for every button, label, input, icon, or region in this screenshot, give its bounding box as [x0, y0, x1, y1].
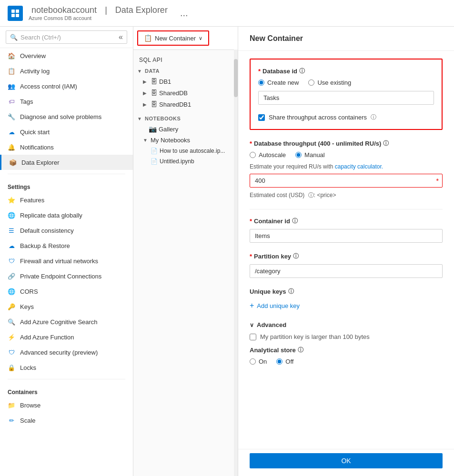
analytical-on-radio-input[interactable] [250, 358, 256, 365]
nav-locks[interactable]: 🔒 Locks [0, 360, 133, 375]
use-existing-label: Use existing [317, 79, 351, 86]
analytical-store-info-icon[interactable]: ⓘ [298, 346, 303, 354]
diagnose-icon: 🔧 [8, 113, 15, 120]
nav-locks-label: Locks [20, 364, 36, 371]
nav-tags[interactable]: 🏷 Tags [0, 94, 133, 109]
more-options-button[interactable]: ... [180, 8, 188, 19]
share-throughput-info-icon[interactable]: ⓘ [371, 113, 376, 121]
capacity-calculator-link[interactable]: capacity calculator. [335, 163, 383, 170]
nav-scale[interactable]: ✏ Scale [0, 413, 133, 428]
manual-label: Manual [304, 151, 325, 159]
nav-quick-start-label: Quick start [20, 129, 50, 136]
form-panel-header: New Container [238, 27, 454, 51]
nav-quick-start[interactable]: ☁ Quick start [0, 124, 133, 139]
autoscale-radio[interactable]: Autoscale [250, 151, 286, 159]
estimated-cost-value: <price> [317, 192, 336, 198]
scale-icon: ✏ [8, 416, 15, 424]
tree-shareddb[interactable]: ▶ 🗄 SharedDB [133, 87, 238, 99]
plus-icon: + [250, 301, 254, 310]
nav-advanced-security[interactable]: 🛡 Advanced security (preview) [0, 345, 133, 360]
nav-notifications[interactable]: 🔔 Notifications [0, 139, 133, 155]
gallery-label: Gallery [159, 126, 178, 133]
advanced-toggle[interactable]: ∨ Advanced [250, 321, 443, 328]
analytical-on-radio[interactable]: On [250, 358, 267, 365]
search-input[interactable] [20, 34, 116, 41]
data-section-chevron: ▼ [137, 69, 143, 74]
nav-cognitive-search[interactable]: 🔍 Add Azure Cognitive Search [0, 314, 133, 329]
database-id-info-icon[interactable]: ⓘ [299, 67, 305, 75]
db1-icon: 🗄 [151, 78, 157, 85]
share-throughput-input[interactable] [258, 114, 265, 121]
analytical-on-label: On [259, 358, 267, 365]
throughput-info-icon[interactable]: ⓘ [383, 139, 389, 148]
unique-keys-info-icon[interactable]: ⓘ [288, 288, 294, 296]
tree-panel: 📋 New Container ∨ SQL API ▼ DATA ▶ 🗄 DB1… [133, 27, 238, 476]
account-type: Azure Cosmos DB account [29, 15, 171, 21]
tree-shareddb1[interactable]: ▶ 🗄 SharedDB1 [133, 99, 238, 110]
new-container-button[interactable]: 📋 New Container ∨ [137, 30, 209, 46]
notebooks-section[interactable]: ▼ NOTEBOOKS [133, 114, 238, 123]
nav-features[interactable]: ⭐ Features [0, 192, 133, 208]
nav-azure-function-label: Add Azure Function [20, 334, 74, 341]
nav-overview[interactable]: 🏠 Overview [0, 48, 133, 63]
analytical-off-label: Off [285, 358, 293, 365]
nav-activity-log[interactable]: 📋 Activity log [0, 63, 133, 79]
ru-input[interactable] [250, 174, 443, 188]
partition-large-checkbox[interactable]: My partition key is larger than 100 byte… [250, 333, 443, 340]
collapse-button[interactable]: « [119, 33, 123, 41]
nav-cors[interactable]: 🌐 CORS [0, 284, 133, 299]
required-star-cid: * [250, 218, 252, 225]
estimate-note: Estimate your required RU/s with capacit… [250, 163, 443, 170]
nav-azure-function[interactable]: ⚡ Add Azure Function [0, 329, 133, 345]
form-area: * Database id ⓘ Create new Use existing [238, 51, 454, 449]
ok-button[interactable]: OK [250, 453, 443, 468]
data-section[interactable]: ▼ DATA [133, 66, 238, 76]
nav-firewall[interactable]: 🛡 Firewall and virtual networks [0, 253, 133, 268]
nav-default-consistency[interactable]: ☰ Default consistency [0, 223, 133, 238]
create-new-radio-input[interactable] [258, 79, 264, 86]
page-subtitle: Data Explorer [115, 5, 168, 15]
partition-key-input[interactable] [250, 264, 443, 278]
nav-private-endpoint[interactable]: 🔗 Private Endpoint Connections [0, 268, 133, 284]
manual-radio[interactable]: Manual [295, 151, 325, 159]
database-id-input[interactable] [258, 91, 434, 105]
use-existing-radio-input[interactable] [308, 79, 314, 86]
nav-backup-restore-label: Backup & Restore [20, 242, 70, 249]
my-notebooks-chevron: ▼ [143, 138, 149, 143]
create-new-radio[interactable]: Create new [258, 79, 299, 86]
nav-diagnose[interactable]: 🔧 Diagnose and solve problems [0, 109, 133, 124]
nav-backup-restore[interactable]: ☁ Backup & Restore [0, 238, 133, 253]
container-id-input[interactable] [250, 229, 443, 243]
nav-access-control[interactable]: 👥 Access control (IAM) [0, 79, 133, 94]
partition-key-info-icon[interactable]: ⓘ [293, 252, 299, 260]
advanced-label: Advanced [257, 321, 286, 328]
partition-large-input[interactable] [250, 334, 256, 340]
autoscale-radio-input[interactable] [250, 152, 256, 158]
shareddb1-label: SharedDB1 [159, 101, 191, 108]
add-unique-key-button[interactable]: + Add unique key [250, 299, 443, 312]
tree-scrollbar-thumb[interactable] [234, 59, 238, 97]
tree-notebook-autoscale[interactable]: 📄 How to use autoscale.ip... [133, 146, 238, 156]
nav-replicate-label: Replicate data globally [20, 212, 82, 219]
nav-replicate[interactable]: 🌐 Replicate data globally [0, 208, 133, 223]
share-throughput-checkbox[interactable]: Share throughput across containers ⓘ [258, 113, 434, 121]
tree-db1[interactable]: ▶ 🗄 DB1 [133, 76, 238, 87]
estimated-cost-info-icon[interactable]: ⓘ [308, 192, 314, 198]
nav-firewall-label: Firewall and virtual networks [20, 258, 98, 265]
analytical-off-radio-input[interactable] [276, 358, 282, 365]
data-section-label: DATA [145, 68, 160, 74]
nav-keys[interactable]: 🔑 Keys [0, 299, 133, 314]
nav-diagnose-label: Diagnose and solve problems [20, 113, 101, 120]
search-input-wrap[interactable]: 🔍 « [6, 30, 127, 44]
tree-gallery[interactable]: 📷 Gallery [133, 123, 238, 135]
nav-data-explorer[interactable]: 📦 Data Explorer [0, 155, 133, 170]
use-existing-radio[interactable]: Use existing [308, 79, 351, 86]
tree-my-notebooks[interactable]: ▼ My Notebooks [133, 135, 238, 146]
container-id-info-icon[interactable]: ⓘ [292, 217, 298, 225]
data-explorer-icon: 📦 [9, 159, 17, 166]
analytical-off-radio[interactable]: Off [276, 358, 293, 365]
analytical-store-section: Analytical store ⓘ On Off [250, 346, 443, 365]
tree-notebook-untitled[interactable]: 📄 Untitled.ipynb [133, 156, 238, 167]
nav-browse[interactable]: 📁 Browse [0, 397, 133, 413]
manual-radio-input[interactable] [295, 152, 302, 158]
